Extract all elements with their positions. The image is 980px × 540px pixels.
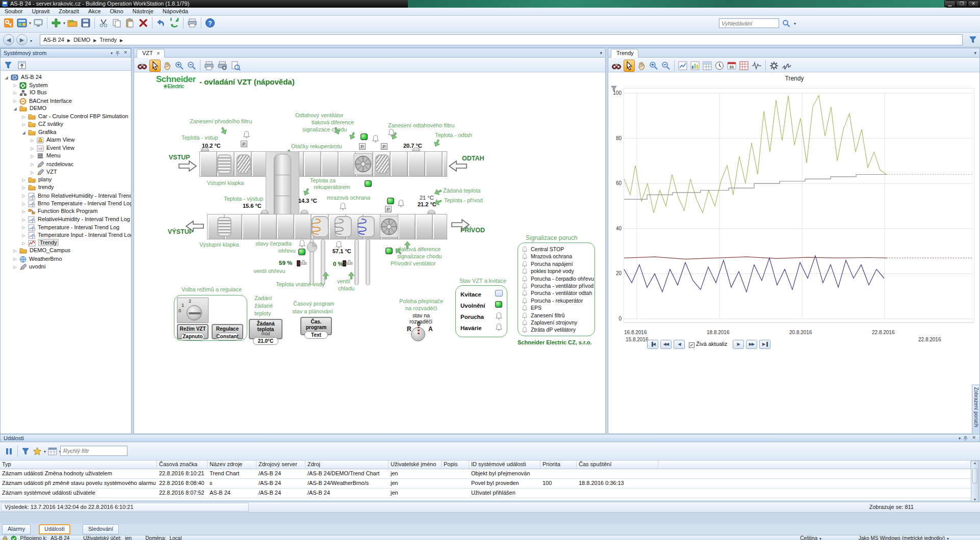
tree-item-label[interactable]: Alarm View xyxy=(46,137,74,143)
vzt-hand-icon[interactable] xyxy=(162,60,173,71)
tree-item-label[interactable]: IO Bus xyxy=(30,89,47,95)
trend-calendar-31-icon[interactable]: 31 xyxy=(726,60,737,71)
tree-item-label[interactable]: Brno Temperature - Interval Trend Log xyxy=(38,200,131,206)
folder-icon[interactable] xyxy=(27,128,37,137)
menu-zobrazit[interactable]: Zobrazit xyxy=(54,8,84,15)
folder-icon[interactable] xyxy=(18,247,28,255)
events-scrollbar[interactable]: ▲ ▼ xyxy=(971,461,979,502)
tree-item-uvodni[interactable]: ▷uvodni xyxy=(1,262,131,271)
tree-item-brno-temperature-interval-trend-log[interactable]: ▷Brno Temperature - Interval Trend Log xyxy=(1,199,131,207)
panel-close-icon[interactable]: ✕ xyxy=(123,50,127,55)
tab-události[interactable]: Události xyxy=(39,524,70,534)
tab-sledování[interactable]: Sledování xyxy=(83,524,119,534)
crumb-Trendy[interactable]: Trendy xyxy=(99,37,117,43)
tabbar-caret-icon[interactable]: ▾ xyxy=(600,50,602,56)
toolbar-caret-icon[interactable]: ▾ xyxy=(63,21,65,25)
events-funnel-icon[interactable] xyxy=(20,446,31,456)
trend-chart[interactable] xyxy=(624,88,974,328)
menu-soubor[interactable]: Soubor xyxy=(0,8,27,15)
tree-item-as-b-24[interactable]: ◢AS-B 24 xyxy=(1,73,131,81)
events-close-icon[interactable]: ✕ xyxy=(972,435,976,440)
tree-item-trendy[interactable]: ▷trendy xyxy=(1,183,131,192)
minimize-button[interactable]: ▁ xyxy=(944,1,956,7)
rezim-vzt-button[interactable]: Režim VZT Zapnuto xyxy=(177,324,209,339)
tree-item-relativehumidity-interval-trend-log[interactable]: ▷RelativeHumidity - Interval Trend Log xyxy=(1,215,131,223)
trend-signature-icon[interactable] xyxy=(781,60,793,71)
live-update-toggle[interactable]: ✓ Živá aktualiz xyxy=(689,341,727,348)
tree-item-label[interactable]: VZT xyxy=(46,169,57,175)
toolbar-key-icon[interactable] xyxy=(3,17,15,29)
tree-item-label[interactable]: Function Block Program xyxy=(38,208,97,214)
crumb-separator-icon[interactable]: ▶ xyxy=(67,38,70,43)
folder-icon[interactable] xyxy=(27,183,37,192)
vzt-print-gear-icon[interactable] xyxy=(216,60,228,72)
trend-hand-icon[interactable] xyxy=(636,60,647,71)
vzt-binoculars-icon[interactable] xyxy=(136,60,148,71)
trend-binoculars-icon[interactable] xyxy=(610,60,623,71)
folder-icon[interactable] xyxy=(18,104,28,113)
tree-item-label[interactable]: uvodni xyxy=(29,263,45,269)
trend-zoom-in-icon[interactable] xyxy=(648,60,659,71)
toolbar-export-icon[interactable] xyxy=(32,17,44,29)
tree-item-label[interactable]: rozdelovac xyxy=(46,160,73,167)
table-row[interactable]: Záznam události při změně stavu povelu s… xyxy=(0,479,971,489)
crumb-DEMO[interactable]: DEMO xyxy=(73,37,90,43)
back-button[interactable]: ◀ xyxy=(3,34,14,45)
events-pause-icon[interactable] xyxy=(4,446,15,457)
trend-clock-icon[interactable] xyxy=(714,60,725,71)
maximize-button[interactable]: ❐ xyxy=(956,1,967,7)
toolbar-help-icon[interactable]: ? xyxy=(204,17,216,29)
tab-close-icon[interactable]: ✕ xyxy=(157,51,161,56)
tree-item-event-view[interactable]: ▷!?Event View xyxy=(1,144,131,152)
nav-next-button[interactable]: ▶ xyxy=(733,340,744,349)
switch-dial[interactable]: R 0 A xyxy=(407,316,437,342)
tree-item-label[interactable]: Event View xyxy=(46,145,74,151)
folder-icon[interactable] xyxy=(27,113,37,121)
trend-waveform-icon[interactable] xyxy=(751,60,763,71)
events-caret-icon[interactable]: ▾ xyxy=(44,449,46,454)
tree-item-io-bus[interactable]: ▷IO Bus xyxy=(1,89,131,97)
tree-expander-icon[interactable]: ▷ xyxy=(12,263,18,272)
tree-expander-icon[interactable]: ◢ xyxy=(12,105,18,113)
trend-line-icon[interactable] xyxy=(27,239,37,248)
column--as-spu-t-n-[interactable]: Čas spuštění xyxy=(577,461,658,469)
tree-item-label[interactable]: Trendy xyxy=(38,239,59,246)
tree-item-weatherbrno[interactable]: ▷WeatherBrno xyxy=(1,255,131,263)
tree-item-label[interactable]: System xyxy=(29,82,48,88)
toolbar-refresh-icon[interactable] xyxy=(168,17,180,29)
nav-first-button[interactable]: ▐◀ xyxy=(647,340,658,349)
tree-item-label[interactable]: trendy xyxy=(38,184,54,190)
quick-filter-input[interactable] xyxy=(60,446,127,456)
column-n-zev-zdroje[interactable]: Název zdroje xyxy=(208,461,256,469)
tree-item-label[interactable]: RelativeHumidity - Interval Trend Log xyxy=(38,216,130,222)
menu-upravit[interactable]: Upravit xyxy=(27,8,54,15)
menu-okno[interactable]: Okno xyxy=(106,8,128,15)
trend-zoom-out-icon[interactable] xyxy=(660,60,672,71)
crumb-separator-icon[interactable]: ▶ xyxy=(120,38,123,43)
tab-alarmy[interactable]: Alarmy xyxy=(2,524,31,534)
pin-icon[interactable] xyxy=(115,50,120,57)
nav-forward-button[interactable]: ▶▶ xyxy=(746,340,757,349)
tree-item-label[interactable]: Car - Cruise Control FBP Simulation xyxy=(38,113,128,119)
units-select[interactable]: Jako MS Windows (metrické jednotky) ▾ xyxy=(859,535,949,540)
tree-expander-icon[interactable]: ▷ xyxy=(21,184,27,192)
toolbar-caret-icon[interactable]: ▾ xyxy=(29,21,31,25)
zadana-teplota-button[interactable]: Žádaná teplota mód 21.0°C xyxy=(249,319,282,339)
cas-program-button[interactable]: Čas. program Text xyxy=(300,317,332,335)
alarm-bell-icon[interactable] xyxy=(36,136,45,145)
tree-expander-icon[interactable]: ◢ xyxy=(4,74,9,82)
tree-item-vzt[interactable]: ▷VZT xyxy=(1,168,131,176)
side-tab-zobrazeni[interactable]: Zobrazení poruch xyxy=(972,385,980,441)
tab-trendy[interactable]: Trendy xyxy=(611,49,638,58)
trend-cursor-active-icon[interactable] xyxy=(624,60,635,72)
regulace-button[interactable]: Regulace Constant xyxy=(212,324,243,339)
forward-button[interactable]: ▶ xyxy=(16,34,28,45)
tree-expander-icon[interactable]: ▷ xyxy=(21,121,27,129)
tree-item-car-cruise-control-fbp-simulation[interactable]: ▷Car - Cruise Control FBP Simulation xyxy=(1,113,131,121)
vzt-print-icon[interactable] xyxy=(203,60,215,72)
vzt-print-preview-icon[interactable] xyxy=(229,60,242,72)
search-input[interactable] xyxy=(719,18,779,28)
fbp-icon[interactable] xyxy=(27,207,36,216)
table-row[interactable]: Záznam systémové události uživatele22.8.… xyxy=(0,489,971,498)
column-zdrojov-server[interactable]: Zdrojový server xyxy=(256,461,305,469)
